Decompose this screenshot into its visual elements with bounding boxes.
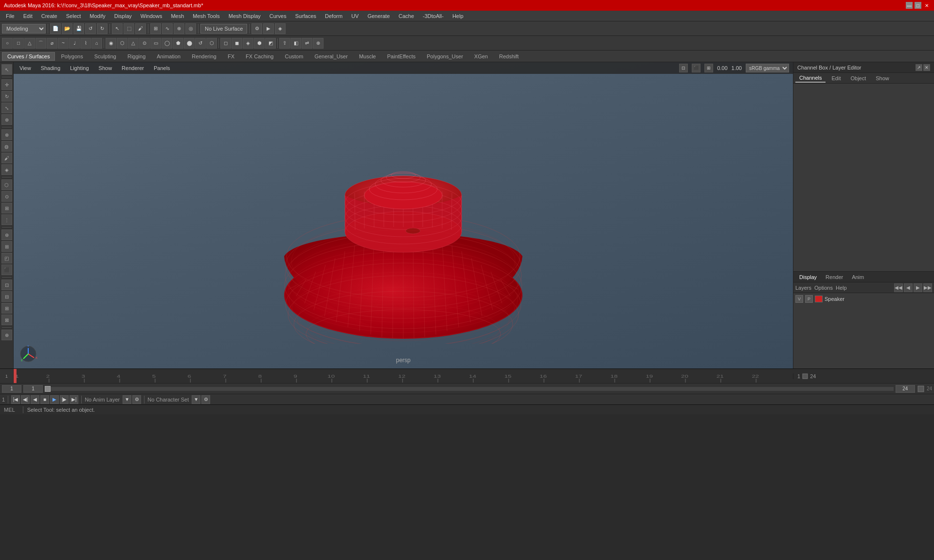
menu-display[interactable]: Display — [110, 12, 136, 20]
shelf-sine-button[interactable]: ~ — [58, 38, 69, 49]
render-settings-button[interactable]: ⚙ — [251, 23, 262, 34]
cloth-button[interactable]: ◈ — [1, 164, 12, 175]
channel-box-float-button[interactable]: ↗ — [916, 64, 922, 71]
minimize-button[interactable]: — — [906, 2, 913, 9]
tab-redshift[interactable]: Redshift — [494, 52, 524, 61]
vp-display-btn3[interactable]: ⊞ — [704, 64, 713, 72]
snap-normal-button[interactable]: ⊞ — [1, 203, 12, 213]
layer-tab-anim[interactable]: Anim — [848, 273, 868, 281]
gamma-select[interactable]: sRGB gamma — [746, 64, 789, 72]
layer-item-speaker[interactable]: V P Speaker — [793, 293, 934, 305]
layer-playback-button[interactable]: P — [805, 295, 813, 303]
snap-surface-button[interactable]: ⬡ — [1, 179, 12, 190]
tab-general-user[interactable]: General_User — [309, 52, 353, 61]
anim-layer-settings-button[interactable]: ⚙ — [132, 395, 141, 404]
layer-visibility-button[interactable]: V — [795, 295, 803, 303]
tab-edit[interactable]: Edit — [827, 74, 844, 82]
tab-animation[interactable]: Animation — [151, 52, 186, 61]
menu-uv[interactable]: UV — [347, 12, 362, 20]
viewport[interactable]: View Shading Lighting Show Renderer Pane… — [14, 62, 793, 368]
layer-tab-display[interactable]: Display — [795, 273, 821, 281]
tab-rendering[interactable]: Rendering — [186, 52, 222, 61]
play-back-button[interactable]: ◀ — [31, 395, 39, 404]
close-button[interactable]: ✕ — [923, 2, 930, 9]
tab-show[interactable]: Show — [872, 74, 893, 82]
layer-next-btn[interactable]: ▶ — [914, 283, 922, 292]
misc1-button[interactable]: ⊡ — [1, 280, 12, 290]
paint-select-button[interactable]: 🖌 — [135, 23, 146, 34]
menu-curves[interactable]: Curves — [266, 12, 290, 20]
options-label[interactable]: Options — [814, 285, 833, 291]
shelf-squig-button[interactable]: ♩ — [69, 38, 80, 49]
menu-mesh[interactable]: Mesh — [167, 12, 188, 20]
snap-center-button[interactable]: ⊙ — [1, 191, 12, 202]
char-set-options-button[interactable]: ▼ — [192, 395, 200, 404]
move-tool-button[interactable]: ✛ — [1, 79, 12, 90]
shelf-bevel-button[interactable]: ◧ — [290, 38, 301, 49]
misc2-button[interactable]: ⊟ — [1, 291, 12, 302]
char-set-settings-button[interactable]: ⚙ — [201, 395, 210, 404]
custom1-button[interactable]: ⊕ — [1, 330, 12, 340]
shelf-geo3-button[interactable]: ◈ — [243, 38, 253, 49]
shelf-helix2-button[interactable]: ↺ — [195, 38, 206, 49]
menu-select[interactable]: Select — [62, 12, 85, 20]
select-button[interactable]: ↖ — [112, 23, 123, 34]
artisan-button[interactable]: 🖌 — [1, 153, 12, 163]
maximize-button[interactable]: □ — [915, 2, 921, 9]
menu-generate[interactable]: Generate — [363, 12, 394, 20]
channel-box-close-button[interactable]: ✕ — [923, 64, 930, 71]
open-scene-button[interactable]: 📂 — [62, 23, 72, 34]
tab-fx[interactable]: FX — [222, 52, 240, 61]
shelf-extrude-button[interactable]: ⇧ — [279, 38, 290, 49]
menu-mesh-tools[interactable]: Mesh Tools — [189, 12, 223, 20]
shelf-cube-button[interactable]: ⬡ — [117, 38, 127, 49]
anim-layer-options-button[interactable]: ▼ — [123, 395, 131, 404]
snap-point-button[interactable]: ⊕ — [174, 23, 184, 34]
range-start-input[interactable] — [2, 385, 21, 393]
tab-muscle[interactable]: Muscle — [354, 52, 381, 61]
render-button[interactable]: ▶ — [263, 23, 274, 34]
shelf-tri-button[interactable]: △ — [24, 38, 35, 49]
soft-mod-button[interactable]: ⊗ — [1, 129, 12, 140]
tab-fx-caching[interactable]: FX Caching — [240, 52, 279, 61]
shelf-disk-button[interactable]: ◯ — [162, 38, 172, 49]
vp-menu-shading[interactable]: Shading — [39, 64, 62, 72]
shelf-bridge-button[interactable]: ⇌ — [302, 38, 312, 49]
tab-sculpting[interactable]: Sculpting — [89, 52, 122, 61]
tab-curves-surfaces[interactable]: Curves / Surfaces — [2, 52, 55, 61]
shelf-square-button[interactable]: □ — [13, 38, 24, 49]
tab-paint-effects[interactable]: PaintEffects — [382, 52, 421, 61]
snap-edge-button[interactable]: ⋮ — [1, 214, 12, 225]
tab-object[interactable]: Object — [846, 74, 870, 82]
go-start-button[interactable]: |◀ — [11, 395, 20, 404]
shelf-plane-button[interactable]: ▭ — [150, 38, 161, 49]
menu-file[interactable]: File — [2, 12, 18, 20]
shelf-arc-button[interactable]: ⌒ — [36, 38, 46, 49]
menu-cache[interactable]: Cache — [395, 12, 418, 20]
tab-custom[interactable]: Custom — [280, 52, 309, 61]
shelf-circle-button[interactable]: ○ — [2, 38, 13, 49]
vp-menu-show[interactable]: Show — [97, 64, 114, 72]
range-current-input[interactable] — [23, 385, 43, 393]
next-frame-button[interactable]: |▶ — [60, 395, 69, 404]
range-track[interactable] — [45, 387, 894, 391]
menu-deform[interactable]: Deform — [321, 12, 346, 20]
ipr-button[interactable]: ◈ — [275, 23, 286, 34]
mode-dropdown[interactable]: Modeling — [2, 24, 46, 34]
play-forward-button[interactable]: ▶ — [50, 395, 59, 404]
shelf-soccer-button[interactable]: ⬡ — [206, 38, 217, 49]
layer-fwd-btn[interactable]: ▶▶ — [923, 283, 932, 292]
vp-display-btn2[interactable]: ⬛ — [692, 64, 700, 72]
range-thumb[interactable] — [45, 386, 51, 392]
menu-modify[interactable]: Modify — [86, 12, 109, 20]
shelf-pipe-button[interactable]: ⬤ — [184, 38, 195, 49]
vp-menu-panels[interactable]: Panels — [152, 64, 172, 72]
prev-frame-button[interactable]: ◀| — [21, 395, 30, 404]
new-scene-button[interactable]: 📄 — [50, 23, 61, 34]
tab-xgen[interactable]: XGen — [469, 52, 493, 61]
show-hud-button[interactable]: ◰ — [1, 253, 12, 263]
menu-help[interactable]: Help — [449, 12, 467, 20]
show-cam-button[interactable]: ⬛ — [1, 264, 12, 275]
shelf-sphere-button[interactable]: ◉ — [106, 38, 116, 49]
last-tool-button[interactable]: ⊕ — [1, 114, 12, 125]
